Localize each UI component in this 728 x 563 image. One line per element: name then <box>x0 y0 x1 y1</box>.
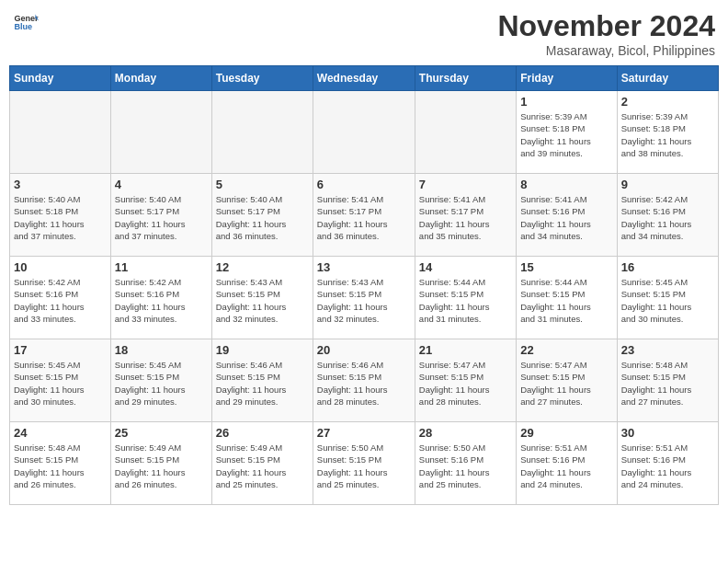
day-cell: 3Sunrise: 5:40 AMSunset: 5:18 PMDaylight… <box>10 174 111 257</box>
day-cell: 15Sunrise: 5:44 AMSunset: 5:15 PMDayligh… <box>517 257 617 339</box>
day-info: Sunrise: 5:48 AMSunset: 5:15 PMDaylight:… <box>621 359 714 408</box>
day-info: Sunrise: 5:45 AMSunset: 5:15 PMDaylight:… <box>621 276 714 325</box>
week-row-1: 1Sunrise: 5:39 AMSunset: 5:18 PMDaylight… <box>10 91 719 174</box>
day-cell: 13Sunrise: 5:43 AMSunset: 5:15 PMDayligh… <box>313 257 415 339</box>
day-number: 18 <box>115 343 208 357</box>
day-number: 4 <box>115 178 208 191</box>
day-number: 29 <box>520 426 612 440</box>
day-cell: 10Sunrise: 5:42 AMSunset: 5:16 PMDayligh… <box>10 257 111 339</box>
day-number: 14 <box>419 260 512 274</box>
weekday-header-monday: Monday <box>110 66 211 91</box>
day-cell: 9Sunrise: 5:42 AMSunset: 5:16 PMDaylight… <box>617 174 718 257</box>
day-cell: 26Sunrise: 5:49 AMSunset: 5:15 PMDayligh… <box>211 422 313 505</box>
day-number: 21 <box>419 343 512 357</box>
day-info: Sunrise: 5:40 AMSunset: 5:17 PMDaylight:… <box>216 193 309 242</box>
day-cell: 14Sunrise: 5:44 AMSunset: 5:15 PMDayligh… <box>415 257 516 339</box>
day-info: Sunrise: 5:40 AMSunset: 5:17 PMDaylight:… <box>115 193 208 242</box>
day-info: Sunrise: 5:41 AMSunset: 5:17 PMDaylight:… <box>419 193 512 242</box>
day-cell: 4Sunrise: 5:40 AMSunset: 5:17 PMDaylight… <box>110 174 211 257</box>
day-cell: 28Sunrise: 5:50 AMSunset: 5:16 PMDayligh… <box>415 422 516 505</box>
day-info: Sunrise: 5:50 AMSunset: 5:15 PMDaylight:… <box>317 442 411 490</box>
day-cell: 17Sunrise: 5:45 AMSunset: 5:15 PMDayligh… <box>10 339 111 422</box>
calendar-table: SundayMondayTuesdayWednesdayThursdayFrid… <box>9 65 719 505</box>
week-row-5: 24Sunrise: 5:48 AMSunset: 5:15 PMDayligh… <box>10 422 719 505</box>
day-cell <box>211 91 313 174</box>
day-number: 23 <box>621 343 714 357</box>
day-cell: 16Sunrise: 5:45 AMSunset: 5:15 PMDayligh… <box>617 257 718 339</box>
weekday-header-friday: Friday <box>517 66 617 91</box>
day-info: Sunrise: 5:45 AMSunset: 5:15 PMDaylight:… <box>115 359 208 408</box>
day-number: 9 <box>621 178 714 191</box>
weekday-header-row: SundayMondayTuesdayWednesdayThursdayFrid… <box>10 66 719 91</box>
week-row-2: 3Sunrise: 5:40 AMSunset: 5:18 PMDaylight… <box>10 174 719 257</box>
day-number: 8 <box>520 178 612 191</box>
day-cell <box>313 91 415 174</box>
day-number: 10 <box>14 260 107 274</box>
day-number: 7 <box>419 178 512 191</box>
svg-text:General: General <box>14 14 39 23</box>
day-cell: 21Sunrise: 5:47 AMSunset: 5:15 PMDayligh… <box>415 339 516 422</box>
weekday-header-sunday: Sunday <box>10 66 111 91</box>
day-cell: 18Sunrise: 5:45 AMSunset: 5:15 PMDayligh… <box>110 339 211 422</box>
weekday-header-saturday: Saturday <box>617 66 718 91</box>
day-info: Sunrise: 5:41 AMSunset: 5:17 PMDaylight:… <box>317 193 411 242</box>
day-number: 19 <box>216 343 309 357</box>
day-cell: 5Sunrise: 5:40 AMSunset: 5:17 PMDaylight… <box>211 174 313 257</box>
day-info: Sunrise: 5:43 AMSunset: 5:15 PMDaylight:… <box>317 276 411 325</box>
weekday-header-thursday: Thursday <box>415 66 516 91</box>
day-number: 6 <box>317 178 411 191</box>
day-number: 26 <box>216 426 309 440</box>
title-block: November 2024 Masaraway, Bicol, Philippi… <box>497 9 715 58</box>
day-number: 2 <box>621 95 714 109</box>
location: Masaraway, Bicol, Philippines <box>497 43 715 58</box>
weekday-header-tuesday: Tuesday <box>211 66 313 91</box>
day-number: 30 <box>621 426 714 440</box>
day-number: 17 <box>14 343 107 357</box>
day-info: Sunrise: 5:49 AMSunset: 5:15 PMDaylight:… <box>216 442 309 490</box>
day-number: 1 <box>520 95 612 109</box>
day-number: 27 <box>317 426 411 440</box>
day-info: Sunrise: 5:43 AMSunset: 5:15 PMDaylight:… <box>216 276 309 325</box>
day-number: 12 <box>216 260 309 274</box>
day-cell <box>10 91 111 174</box>
month-title: November 2024 <box>497 9 715 43</box>
day-cell: 7Sunrise: 5:41 AMSunset: 5:17 PMDaylight… <box>415 174 516 257</box>
day-info: Sunrise: 5:45 AMSunset: 5:15 PMDaylight:… <box>14 359 107 408</box>
day-cell: 23Sunrise: 5:48 AMSunset: 5:15 PMDayligh… <box>617 339 718 422</box>
day-info: Sunrise: 5:51 AMSunset: 5:16 PMDaylight:… <box>621 442 714 490</box>
day-number: 5 <box>216 178 309 191</box>
day-info: Sunrise: 5:44 AMSunset: 5:15 PMDaylight:… <box>419 276 512 325</box>
day-info: Sunrise: 5:48 AMSunset: 5:15 PMDaylight:… <box>14 442 107 490</box>
day-info: Sunrise: 5:39 AMSunset: 5:18 PMDaylight:… <box>520 110 612 159</box>
day-cell: 24Sunrise: 5:48 AMSunset: 5:15 PMDayligh… <box>10 422 111 505</box>
day-number: 3 <box>14 178 107 191</box>
day-cell <box>110 91 211 174</box>
logo: General Blue <box>13 9 39 35</box>
day-number: 22 <box>520 343 612 357</box>
day-cell: 8Sunrise: 5:41 AMSunset: 5:16 PMDaylight… <box>517 174 617 257</box>
day-info: Sunrise: 5:46 AMSunset: 5:15 PMDaylight:… <box>216 359 309 408</box>
day-cell: 2Sunrise: 5:39 AMSunset: 5:18 PMDaylight… <box>617 91 718 174</box>
day-cell: 25Sunrise: 5:49 AMSunset: 5:15 PMDayligh… <box>110 422 211 505</box>
weekday-header-wednesday: Wednesday <box>313 66 415 91</box>
day-cell: 20Sunrise: 5:46 AMSunset: 5:15 PMDayligh… <box>313 339 415 422</box>
day-number: 20 <box>317 343 411 357</box>
day-info: Sunrise: 5:49 AMSunset: 5:15 PMDaylight:… <box>115 442 208 490</box>
day-cell: 27Sunrise: 5:50 AMSunset: 5:15 PMDayligh… <box>313 422 415 505</box>
day-cell: 1Sunrise: 5:39 AMSunset: 5:18 PMDaylight… <box>517 91 617 174</box>
day-number: 25 <box>115 426 208 440</box>
day-info: Sunrise: 5:51 AMSunset: 5:16 PMDaylight:… <box>520 442 612 490</box>
day-info: Sunrise: 5:42 AMSunset: 5:16 PMDaylight:… <box>14 276 107 325</box>
day-cell: 6Sunrise: 5:41 AMSunset: 5:17 PMDaylight… <box>313 174 415 257</box>
day-cell: 30Sunrise: 5:51 AMSunset: 5:16 PMDayligh… <box>617 422 718 505</box>
page-header: General Blue November 2024 Masaraway, Bi… <box>9 9 719 58</box>
day-number: 15 <box>520 260 612 274</box>
day-cell: 19Sunrise: 5:46 AMSunset: 5:15 PMDayligh… <box>211 339 313 422</box>
logo-icon: General Blue <box>13 9 39 35</box>
day-info: Sunrise: 5:44 AMSunset: 5:15 PMDaylight:… <box>520 276 612 325</box>
day-info: Sunrise: 5:46 AMSunset: 5:15 PMDaylight:… <box>317 359 411 408</box>
day-cell: 29Sunrise: 5:51 AMSunset: 5:16 PMDayligh… <box>517 422 617 505</box>
day-info: Sunrise: 5:42 AMSunset: 5:16 PMDaylight:… <box>115 276 208 325</box>
day-number: 11 <box>115 260 208 274</box>
day-info: Sunrise: 5:39 AMSunset: 5:18 PMDaylight:… <box>621 110 714 159</box>
